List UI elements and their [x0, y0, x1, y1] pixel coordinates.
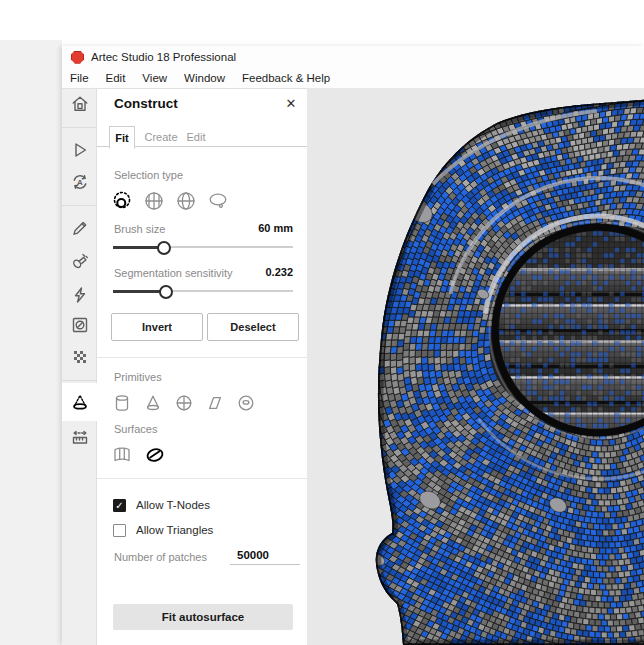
play-icon [70, 140, 90, 160]
allow-triangles-checkbox[interactable] [113, 524, 126, 537]
fit-autosurface-button[interactable]: Fit autosurface [113, 604, 293, 630]
sidebar-divider [62, 380, 97, 381]
lightning-icon [70, 285, 90, 305]
surface-tools [110, 443, 167, 467]
primitive-tools [110, 391, 258, 415]
brush-size-slider[interactable] [113, 240, 293, 254]
sidebar-item-texture[interactable] [62, 340, 97, 374]
sidebar-item-defeature[interactable] [62, 244, 97, 278]
tab-create[interactable]: Create [141, 126, 181, 147]
divider [97, 357, 307, 358]
close-icon[interactable]: ✕ [283, 96, 299, 112]
menu-view[interactable]: View [142, 72, 167, 84]
sidebar-item-autopilot[interactable]: A [62, 165, 97, 199]
sidebar-item-editor[interactable] [62, 211, 97, 245]
brush-tool-icon [70, 251, 90, 271]
divider [97, 478, 307, 479]
allow-tnodes-checkbox[interactable]: ✓ [113, 499, 126, 512]
pencil-icon [70, 218, 90, 238]
home-icon [70, 94, 90, 114]
window-title: Artec Studio 18 Professional [91, 51, 236, 63]
brush-size-value: 60 mm [258, 222, 293, 234]
tab-bar: Fit Create Edit [97, 126, 307, 147]
torus-icon[interactable] [234, 391, 258, 415]
sensitivity-value: 0.232 [265, 266, 293, 278]
page-margin [0, 40, 62, 645]
cylinder-icon[interactable] [110, 391, 134, 415]
tab-edit[interactable]: Edit [181, 126, 211, 147]
svg-text:A: A [77, 178, 83, 187]
plane-icon[interactable] [203, 391, 227, 415]
sensitivity-label: Segmentation sensitivity [114, 267, 233, 279]
sidebar-item-fast-fusion[interactable] [62, 278, 97, 312]
sidebar-item-eraser[interactable] [62, 308, 97, 342]
surfaces-label: Surfaces [114, 423, 157, 435]
checkerboard-icon [70, 347, 90, 367]
titlebar: Artec Studio 18 Professional [62, 46, 644, 68]
brush-selection-icon[interactable] [110, 189, 134, 213]
sidebar-item-scan[interactable] [62, 133, 97, 167]
slider-handle[interactable] [157, 241, 171, 255]
tab-fit[interactable]: Fit [109, 126, 135, 149]
patches-label: Number of patches [114, 551, 207, 563]
sidebar-item-home[interactable] [62, 87, 97, 121]
sidebar-item-measures[interactable] [62, 420, 97, 454]
slashed-circle-box-icon [70, 315, 90, 335]
menu-feedback-help[interactable]: Feedback & Help [242, 72, 330, 84]
auto-a-cycle-icon: A [70, 172, 90, 192]
grid-circle-selection-icon[interactable] [142, 189, 166, 213]
invert-button[interactable]: Invert [111, 313, 203, 341]
menu-edit[interactable]: Edit [106, 72, 126, 84]
slider-handle[interactable] [159, 285, 173, 299]
panel-title: Construct [114, 96, 178, 111]
curved-patch-icon[interactable] [110, 443, 134, 467]
3d-viewport[interactable] [307, 88, 644, 645]
menubar: File Edit View Window Feedback & Help [62, 68, 644, 88]
freeform-icon[interactable] [143, 443, 167, 467]
brush-size-label: Brush size [114, 223, 165, 235]
cone-primitive-icon[interactable] [141, 391, 165, 415]
sphere-selection-icon[interactable] [174, 189, 198, 213]
patches-input[interactable]: 50000 [230, 549, 300, 565]
lasso-selection-icon[interactable] [206, 189, 230, 213]
sidebar-divider [62, 205, 97, 206]
menu-file[interactable]: File [70, 72, 89, 84]
deselect-button[interactable]: Deselect [207, 313, 299, 341]
allow-tnodes-label: Allow T-Nodes [136, 499, 210, 511]
menu-window[interactable]: Window [184, 72, 225, 84]
ruler-icon [70, 427, 90, 447]
allow-triangles-label: Allow Triangles [136, 524, 213, 536]
app-logo-icon [71, 51, 84, 64]
selection-tools [110, 189, 230, 213]
sidebar-item-construct[interactable] [62, 383, 97, 421]
cone-icon [70, 392, 90, 412]
sphere-primitive-icon[interactable] [172, 391, 196, 415]
selection-type-label: Selection type [114, 169, 183, 181]
primitives-label: Primitives [114, 371, 162, 383]
sidebar-divider [62, 127, 97, 128]
sensitivity-slider[interactable] [113, 284, 293, 298]
